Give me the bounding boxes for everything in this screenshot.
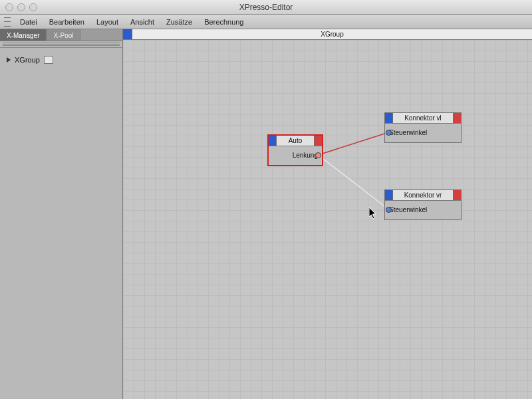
canvas-area: XGroup Auto Lenkung [123,29,532,399]
minimize-icon[interactable] [17,3,25,11]
canvas-header-chip-icon [123,29,132,39]
node-title[interactable]: Konnektor vr [385,190,461,201]
traffic-lights [5,3,37,11]
menubar: Datei Bearbeiten Layout Ansicht Zusätze … [0,15,532,29]
sidebar: X-Manager X-Pool XGroup [0,29,123,399]
canvas-header-label: XGroup [132,29,532,39]
node-output-chip-icon[interactable] [314,136,322,146]
node-input-chip-icon[interactable] [269,136,277,146]
node-input-chip-icon[interactable] [385,190,393,200]
node-canvas[interactable]: Auto Lenkung Konnektor vl [123,40,532,399]
port-label: Steuerwinkel [389,206,427,213]
port-label: Lenkung [293,152,318,159]
output-port-lenkung[interactable]: Lenkung [273,149,318,161]
sidebar-grip-icon[interactable] [0,41,122,48]
input-port-steuerwinkel[interactable]: Steuerwinkel [389,203,457,215]
node-title-label: Konnektor vr [393,190,453,200]
close-icon[interactable] [5,3,13,11]
tab-x-manager[interactable]: X-Manager [0,29,47,41]
node-title[interactable]: Konnektor vl [385,113,461,124]
menu-berechnung[interactable]: Berechnung [199,17,249,27]
node-title-label: Konnektor vl [393,113,453,123]
sidebar-tabstrip: X-Manager X-Pool [0,29,122,41]
menu-bearbeiten[interactable]: Bearbeiten [44,17,90,27]
port-dot-icon[interactable] [315,152,321,158]
node-title[interactable]: Auto [269,136,322,146]
disclosure-triangle-icon[interactable] [7,57,11,63]
port-dot-icon[interactable] [386,130,392,136]
menu-zusaetze[interactable]: Zusätze [161,17,198,27]
menu-datei[interactable]: Datei [15,17,43,27]
wire[interactable] [319,132,389,155]
port-dot-icon[interactable] [386,207,392,213]
tree-item-label: XGroup [15,56,40,64]
wires-layer [123,40,532,399]
node-output-chip-icon[interactable] [453,113,461,123]
tree-item-xgroup[interactable]: XGroup [5,55,117,65]
node-output-chip-icon[interactable] [453,190,461,200]
wire[interactable] [319,155,389,209]
cursor-arrow-icon [369,207,377,219]
node-body: Steuerwinkel [385,124,461,142]
canvas-header: XGroup [123,29,532,40]
node-body: Steuerwinkel [385,201,461,219]
input-port-steuerwinkel[interactable]: Steuerwinkel [389,126,457,138]
window-title: XPresso-Editor [0,3,532,12]
node-auto[interactable]: Auto Lenkung [268,135,323,166]
node-konnektor-vr[interactable]: Konnektor vr Steuerwinkel [384,190,462,220]
tab-x-pool[interactable]: X-Pool [47,29,80,41]
tree-item-badge-icon [44,56,53,64]
menubar-grip-icon[interactable] [4,17,11,27]
port-label: Steuerwinkel [389,129,427,136]
menu-layout[interactable]: Layout [91,17,124,27]
node-title-label: Auto [277,136,314,146]
sidebar-tree: XGroup [0,48,122,72]
node-konnektor-vl[interactable]: Konnektor vl Steuerwinkel [384,112,462,143]
zoom-icon[interactable] [29,3,37,11]
menu-ansicht[interactable]: Ansicht [125,17,160,27]
window-titlebar: XPresso-Editor [0,0,532,15]
node-input-chip-icon[interactable] [385,113,393,123]
node-body: Lenkung [269,146,322,165]
